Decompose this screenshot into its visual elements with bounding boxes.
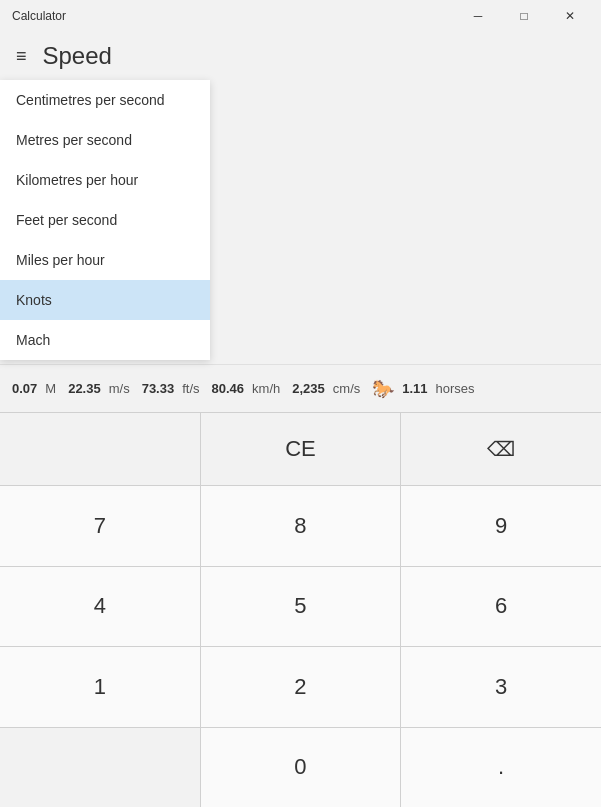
window-title: Calculator (12, 9, 66, 23)
dropdown-item-miles-per-hour[interactable]: Miles per hour (0, 240, 210, 280)
speed-unit-5: horses (436, 381, 475, 396)
app-title: Speed (43, 42, 112, 70)
button-dot[interactable]: . (401, 728, 601, 808)
speed-bar: 0.07 M 22.35 m/s 73.33 ft/s 80.46 km/h 2… (0, 364, 601, 412)
horse-icon: 🐎 (372, 378, 394, 400)
speed-unit-2: ft/s (182, 381, 199, 396)
button-7[interactable]: 7 (0, 486, 200, 566)
speed-val-1: 22.35 (68, 381, 101, 396)
ce-button[interactable]: CE (201, 413, 401, 485)
calculator-grid: CE ⌫ 7 8 9 4 5 6 1 2 3 0 . (0, 412, 601, 807)
speed-unit-3: km/h (252, 381, 280, 396)
speed-val-2: 73.33 (142, 381, 175, 396)
dropdown-area: Centimetres per second Metres per second… (0, 80, 601, 364)
button-4[interactable]: 4 (0, 567, 200, 647)
app-header: ≡ Speed (0, 32, 601, 80)
button-3[interactable]: 3 (401, 647, 601, 727)
button-5[interactable]: 5 (201, 567, 401, 647)
minimize-button[interactable]: ─ (455, 0, 501, 32)
speed-unit-1: m/s (109, 381, 130, 396)
speed-val-5: 1.11 (402, 381, 427, 396)
dropdown-item-kilometres-per-hour[interactable]: Kilometres per hour (0, 160, 210, 200)
empty-cell-top (0, 413, 200, 485)
backspace-icon: ⌫ (487, 437, 515, 461)
dropdown-list: Centimetres per second Metres per second… (0, 80, 210, 360)
dropdown-item-centimetres-per-second[interactable]: Centimetres per second (0, 80, 210, 120)
maximize-button[interactable]: □ (501, 0, 547, 32)
speed-unit-4: cm/s (333, 381, 360, 396)
hamburger-icon[interactable]: ≡ (16, 46, 27, 67)
speed-val-3: 80.46 (212, 381, 245, 396)
button-0[interactable]: 0 (201, 728, 401, 808)
speed-val-0: 0.07 (12, 381, 37, 396)
backspace-button[interactable]: ⌫ (401, 413, 601, 485)
button-6[interactable]: 6 (401, 567, 601, 647)
button-8[interactable]: 8 (201, 486, 401, 566)
dropdown-item-mach[interactable]: Mach (0, 320, 210, 360)
dropdown-item-feet-per-second[interactable]: Feet per second (0, 200, 210, 240)
window-controls: ─ □ ✕ (455, 0, 593, 32)
dropdown-item-metres-per-second[interactable]: Metres per second (0, 120, 210, 160)
dropdown-item-knots[interactable]: Knots (0, 280, 210, 320)
title-bar: Calculator ─ □ ✕ (0, 0, 601, 32)
button-2[interactable]: 2 (201, 647, 401, 727)
close-button[interactable]: ✕ (547, 0, 593, 32)
speed-unit-0: M (45, 381, 56, 396)
button-9[interactable]: 9 (401, 486, 601, 566)
button-1[interactable]: 1 (0, 647, 200, 727)
app-window: Calculator ─ □ ✕ ≡ Speed Centimetres per… (0, 0, 601, 807)
empty-cell-bottom (0, 728, 200, 808)
speed-val-4: 2,235 (292, 381, 325, 396)
